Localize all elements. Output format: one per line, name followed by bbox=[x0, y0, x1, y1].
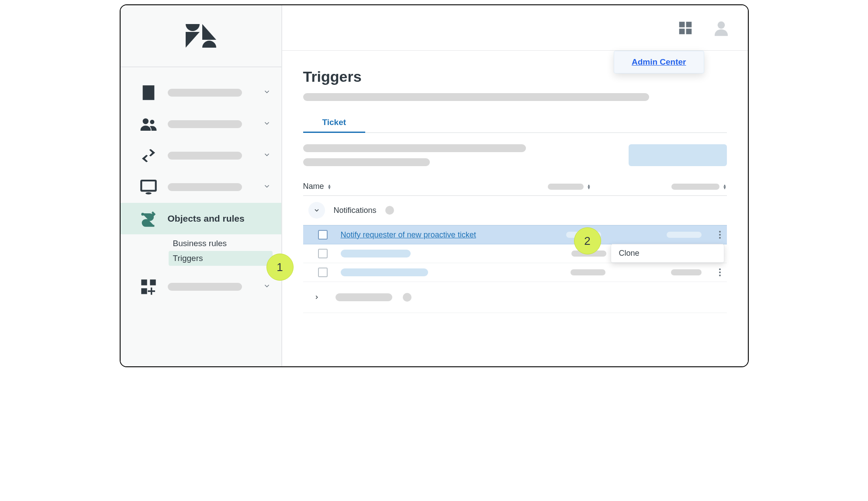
cell-skeleton bbox=[341, 268, 428, 276]
row-context-menu[interactable]: Clone bbox=[611, 244, 724, 263]
sort-icon[interactable]: ▲▼ bbox=[723, 184, 727, 189]
topbar bbox=[282, 5, 748, 51]
svg-rect-9 bbox=[686, 21, 692, 27]
row-checkbox[interactable] bbox=[318, 230, 328, 240]
monitor-icon bbox=[138, 177, 159, 198]
nav-skeleton bbox=[168, 120, 242, 128]
sort-icon[interactable]: ▲▼ bbox=[328, 184, 332, 189]
svg-point-12 bbox=[717, 21, 725, 29]
more-options-icon[interactable] bbox=[716, 268, 724, 276]
subtitle-skeleton bbox=[303, 93, 649, 101]
svg-point-3 bbox=[145, 192, 151, 195]
column-skeleton bbox=[671, 184, 719, 190]
subnav-triggers[interactable]: Triggers bbox=[169, 251, 273, 266]
column-skeleton bbox=[548, 184, 584, 190]
trigger-link[interactable]: Notify requester of new proactive ticket bbox=[341, 230, 557, 240]
row-checkbox[interactable] bbox=[318, 249, 328, 258]
expand-group-button[interactable] bbox=[308, 289, 325, 306]
nav-item-apps[interactable] bbox=[121, 271, 281, 303]
cell-skeleton bbox=[571, 269, 605, 275]
sidebar: Objects and rules Business rules Trigger… bbox=[121, 5, 282, 366]
subnav: Business rules Triggers bbox=[121, 234, 281, 271]
building-icon bbox=[138, 82, 159, 103]
nav-item-objects-and-rules[interactable]: Objects and rules bbox=[121, 203, 281, 234]
users-icon bbox=[138, 114, 159, 135]
group-skeleton bbox=[335, 293, 392, 301]
nav-item-people[interactable] bbox=[121, 108, 281, 140]
apps-grid-icon[interactable] bbox=[676, 19, 695, 37]
main: Admin Center Triggers Ticket bbox=[282, 5, 748, 366]
svg-rect-11 bbox=[686, 28, 692, 34]
logo bbox=[121, 5, 281, 67]
tabs: Ticket bbox=[303, 113, 727, 133]
toolbar-skeleton bbox=[303, 144, 526, 152]
trigger-group-row[interactable]: Notifications bbox=[303, 196, 727, 225]
menu-item-clone[interactable]: Clone bbox=[619, 249, 640, 257]
tab-ticket[interactable]: Ticket bbox=[303, 113, 366, 133]
chevron-down-icon bbox=[263, 119, 271, 129]
annotation-badge-2: 2 bbox=[574, 227, 601, 254]
collapse-group-button[interactable] bbox=[308, 202, 325, 219]
user-avatar-icon[interactable] bbox=[712, 19, 730, 37]
annotation-badge-1: 1 bbox=[266, 254, 294, 281]
toolbar-skeleton bbox=[303, 158, 430, 166]
app-frame: Objects and rules Business rules Trigger… bbox=[120, 4, 749, 367]
cell-skeleton bbox=[671, 269, 702, 275]
chevron-down-icon bbox=[263, 182, 271, 192]
chevron-down-icon bbox=[263, 151, 271, 160]
svg-rect-2 bbox=[141, 181, 156, 191]
sort-icon[interactable]: ▲▼ bbox=[587, 184, 591, 189]
chevron-down-icon bbox=[263, 88, 271, 97]
table-header: Name ▲▼ ▲▼ ▲▼ bbox=[303, 182, 727, 196]
admin-center-dropdown[interactable]: Admin Center bbox=[614, 51, 704, 73]
nav-skeleton bbox=[168, 89, 242, 97]
nav-label: Objects and rules bbox=[168, 213, 271, 224]
nav-skeleton bbox=[168, 283, 242, 291]
svg-point-4 bbox=[141, 213, 144, 216]
column-name[interactable]: Name bbox=[303, 182, 324, 191]
apps-add-icon bbox=[138, 276, 159, 297]
workflow-icon bbox=[138, 208, 159, 229]
arrows-horizontal-icon bbox=[138, 145, 159, 166]
svg-rect-10 bbox=[679, 28, 685, 34]
cell-skeleton bbox=[341, 250, 411, 257]
chevron-down-icon bbox=[263, 282, 271, 292]
trigger-group-row-collapsed[interactable] bbox=[303, 282, 727, 313]
group-count-badge bbox=[403, 293, 412, 302]
cell-skeleton bbox=[667, 232, 702, 238]
add-trigger-button[interactable] bbox=[629, 144, 727, 166]
group-count-badge bbox=[385, 206, 394, 215]
svg-rect-6 bbox=[150, 279, 156, 285]
nav-skeleton bbox=[168, 152, 242, 160]
svg-rect-5 bbox=[141, 279, 147, 285]
svg-point-1 bbox=[150, 120, 154, 124]
nav-skeleton bbox=[168, 183, 242, 191]
trigger-row-selected[interactable]: Notify requester of new proactive ticket… bbox=[303, 225, 727, 244]
admin-center-link[interactable]: Admin Center bbox=[632, 57, 686, 66]
trigger-row[interactable] bbox=[303, 263, 727, 282]
nav-item-workspaces[interactable] bbox=[121, 171, 281, 203]
more-options-icon[interactable] bbox=[716, 231, 724, 239]
nav-item-channels[interactable] bbox=[121, 140, 281, 171]
svg-point-0 bbox=[142, 118, 148, 124]
subnav-business-rules[interactable]: Business rules bbox=[169, 236, 268, 251]
nav-item-account[interactable] bbox=[121, 77, 281, 108]
group-label: Notifications bbox=[334, 206, 377, 215]
svg-rect-7 bbox=[141, 288, 147, 294]
row-checkbox[interactable] bbox=[318, 268, 328, 277]
svg-rect-8 bbox=[679, 21, 685, 27]
